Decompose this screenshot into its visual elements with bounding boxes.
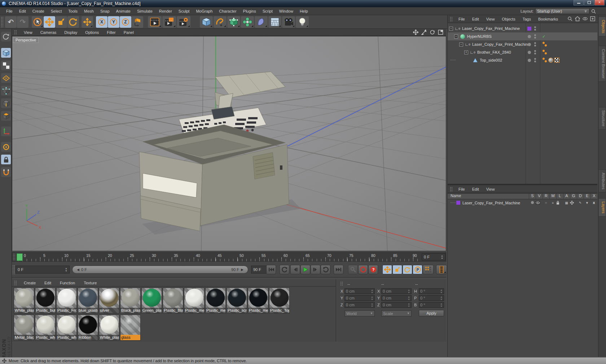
maximize-button[interactable] (584, 0, 594, 5)
play-forwards-button[interactable] (300, 265, 310, 274)
size-x-field[interactable]: 0 cm▲▼ (381, 288, 412, 294)
texture-mode-icon[interactable] (1, 61, 11, 70)
last-used-tool-button[interactable] (82, 16, 93, 28)
apply-button[interactable]: Apply (419, 310, 444, 316)
timeline-ruler[interactable]: 0 5 10 15 20 25 30 35 40 45 50 55 60 65 … (12, 252, 446, 262)
lock-z-axis-button[interactable]: Z (120, 16, 131, 28)
layer-header-s[interactable]: S (529, 194, 536, 199)
layer-row[interactable]: Laser_Copy_Fax_Print_Machine ⁙ ≡ ▦ ✎ ▼ X (448, 200, 597, 206)
layer-header-g[interactable]: G (570, 194, 577, 199)
size-y-field[interactable]: 0 cm▲▼ (381, 295, 412, 301)
menu-animate[interactable]: Animate (113, 8, 134, 14)
tab-objects[interactable]: Objects (599, 17, 606, 36)
menu-mograph[interactable]: MoGraph (193, 8, 216, 14)
material-item[interactable]: Plastic_mer (184, 288, 205, 314)
material-item[interactable]: blue_plasti (78, 288, 98, 314)
layer-manager-icon[interactable]: ≡ (549, 201, 556, 205)
collapse-icon[interactable]: − (454, 35, 458, 39)
help-button[interactable]: ? (368, 265, 378, 274)
menu-create[interactable]: Create (29, 8, 48, 14)
lock-x-axis-button[interactable]: X (96, 16, 107, 28)
home-icon[interactable] (575, 16, 580, 21)
menu-mesh[interactable]: Mesh (81, 8, 97, 14)
coordinate-system-button[interactable] (132, 16, 143, 28)
timeline-play-cursor[interactable] (17, 253, 23, 261)
tree-row-laser-copy-root[interactable]: − ∟0 Laser_Copy_Fax_Print_Machine (448, 25, 597, 32)
viewport-menu-display[interactable]: Display (61, 30, 81, 35)
toggle-view-icon[interactable] (438, 30, 443, 35)
current-frame-spinner[interactable]: 0 F▲▼ (16, 266, 70, 274)
material-item[interactable]: Plastic_whi (56, 315, 77, 341)
move-tool-button[interactable] (44, 16, 55, 28)
om-menu-view[interactable]: View (483, 16, 498, 22)
expand-icon[interactable]: + (464, 50, 468, 54)
layer-menu-file[interactable]: File (455, 186, 468, 192)
search-icon[interactable] (591, 9, 596, 14)
ruler-grip[interactable] (13, 253, 16, 261)
autokey-button[interactable] (358, 265, 368, 274)
workplane-mode-icon[interactable] (1, 73, 11, 83)
material-menu-create[interactable]: Create (20, 280, 39, 286)
om-grip[interactable] (450, 17, 453, 22)
layer-view-icon[interactable] (536, 201, 543, 204)
key-position-button[interactable] (382, 265, 392, 274)
ruler-frame-spinner[interactable]: 0 F▲▼ (422, 253, 445, 261)
menu-character[interactable]: Character (216, 8, 240, 14)
editor-visibility-dot[interactable] (528, 51, 531, 54)
toolbar-grip[interactable] (1, 17, 4, 27)
rot-h-field[interactable]: 0 °▲▼ (419, 288, 444, 294)
tab-structure[interactable]: Structure (599, 107, 606, 130)
viewport-menu-filter[interactable]: Filter (103, 30, 119, 35)
layer-color-swatch[interactable] (527, 27, 531, 31)
material-menu-function[interactable]: Function (56, 280, 79, 286)
play-backwards-button[interactable] (280, 265, 289, 274)
material-item[interactable]: Plastic_Top (269, 288, 290, 314)
key-pla-button[interactable] (423, 265, 434, 274)
add-light-button[interactable] (296, 16, 309, 28)
viewport-camera-label[interactable]: Perspective (13, 37, 39, 43)
preview-range-slider[interactable]: ◄ 0 F 90 F ► (72, 266, 248, 274)
coord-mode-dropdown[interactable]: Scale▼ (381, 310, 412, 316)
pos-x-field[interactable]: 0 cm▲▼ (344, 288, 375, 294)
layer-generators-icon[interactable] (570, 201, 577, 205)
phong-tag-icon[interactable] (542, 58, 547, 63)
render-view-button[interactable] (148, 16, 162, 28)
menu-script[interactable]: Script (259, 8, 276, 14)
layer-menu-grip[interactable] (450, 187, 453, 192)
tree-row-top-side[interactable]: Top_side002 (448, 56, 597, 64)
material-item[interactable]: Plastic_mer (248, 288, 268, 314)
size-z-field[interactable]: 0 cm▲▼ (381, 302, 412, 308)
editor-visibility-dot[interactable] (528, 35, 531, 38)
editor-visibility-dot[interactable] (528, 59, 531, 62)
layer-header-m[interactable]: M (549, 194, 556, 199)
add-environment-button[interactable] (268, 16, 281, 28)
layer-header-l[interactable]: L (556, 194, 563, 199)
material-item[interactable]: Plastic_whi (35, 315, 56, 341)
editor-visibility-dot[interactable] (528, 43, 531, 46)
layer-render-icon[interactable]: ⁙ (543, 201, 549, 205)
coord-space-dropdown[interactable]: World▼ (344, 310, 375, 316)
tree-row-hypernurbs[interactable]: − HyperNURBS ✓ (448, 32, 597, 40)
previous-frame-button[interactable] (290, 265, 300, 274)
key-rotation-button[interactable] (403, 265, 412, 274)
close-button[interactable]: × (594, 0, 605, 5)
material-item[interactable]: Plastic_but (35, 288, 56, 314)
add-panel-icon[interactable] (590, 16, 595, 21)
lock-y-axis-button[interactable]: Y (108, 16, 119, 28)
menu-sculpt[interactable]: Sculpt (175, 8, 193, 14)
om-menu-file[interactable]: File (455, 16, 468, 22)
material-menu-edit[interactable]: Edit (41, 280, 55, 286)
layout-select[interactable]: Startup (User)▼ (535, 8, 589, 14)
key-parameter-button[interactable]: P (413, 265, 422, 274)
om-menu-objects[interactable]: Objects (499, 16, 518, 22)
enabled-check-icon[interactable]: ✓ (542, 34, 545, 39)
layer-header-x[interactable]: X (590, 194, 597, 199)
tab-content-browser[interactable]: Content Browser (599, 46, 606, 82)
menu-simulate[interactable]: Simulate (134, 8, 156, 14)
add-cloner-button[interactable] (241, 16, 254, 28)
scale-tool-button[interactable] (56, 16, 67, 28)
material-tag-icon[interactable] (548, 58, 553, 63)
layer-menu-view[interactable]: View (483, 186, 498, 192)
coords-grip[interactable] (340, 281, 343, 286)
add-camera-button[interactable] (282, 16, 295, 28)
